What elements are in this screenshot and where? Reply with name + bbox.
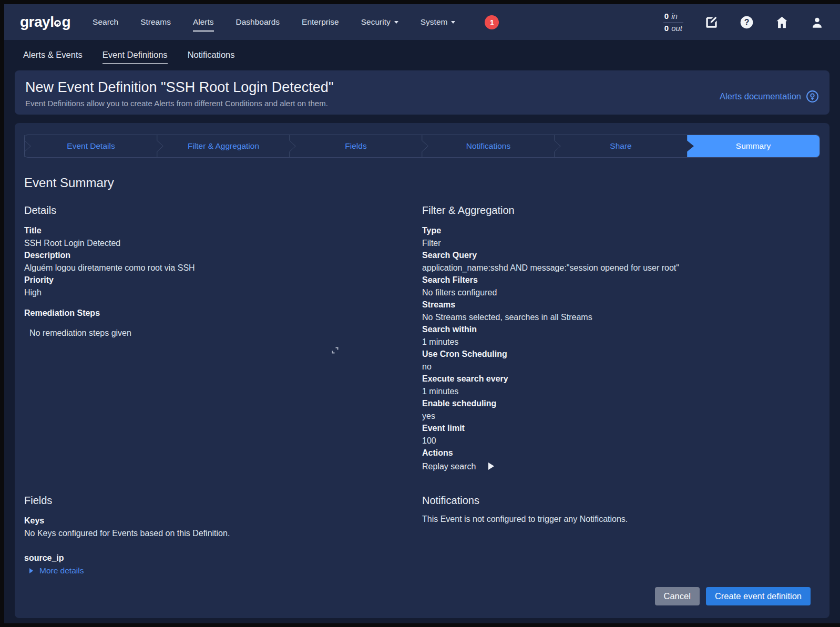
graylog-logo[interactable]: graylg <box>20 14 70 30</box>
nav-item[interactable]: System <box>421 13 456 32</box>
wizard-step-label: Notifications <box>466 141 510 151</box>
nav-item[interactable]: Alerts <box>193 13 214 32</box>
wizard-step[interactable]: Share <box>555 135 687 157</box>
nav-item-label: Alerts <box>193 17 214 27</box>
edit-icon[interactable] <box>704 15 719 29</box>
help-icon[interactable]: ? <box>740 15 754 29</box>
remediation-steps-box: No remediation steps given <box>24 326 340 355</box>
filter-label: Use Cron Scheduling <box>422 348 820 361</box>
throughput-in-unit: in <box>671 11 678 22</box>
nav-item-label: Dashboards <box>236 17 280 27</box>
detail-item: Priority High <box>24 274 422 299</box>
wizard-steps: Event Details Filter & Aggregation <box>24 135 820 158</box>
wizard-step[interactable]: Event Details <box>25 135 157 157</box>
step-separator-chevron-icon <box>687 135 694 157</box>
wizard-step[interactable]: Filter & Aggregation <box>157 135 290 157</box>
subnav-item[interactable]: Event Definitions <box>103 47 168 64</box>
subnav-item[interactable]: Notifications <box>188 47 235 64</box>
filter-value: no <box>422 361 820 373</box>
nav-item[interactable]: Search <box>93 13 118 32</box>
filter-label: Event limit <box>422 422 820 435</box>
step-separator-chevron-icon <box>157 135 164 157</box>
logo-compass-icon <box>54 20 61 27</box>
filter-value: application_name:sshd AND message:"sessi… <box>422 262 820 274</box>
chevron-down-icon <box>451 21 455 24</box>
logo-text: grayl <box>20 14 54 30</box>
page-header-panel: New Event Definition "SSH Root Login Det… <box>15 70 829 115</box>
nav-item-label: Streams <box>140 17 171 27</box>
more-details-toggle[interactable]: More details <box>29 566 422 575</box>
keys-value: No Keys configured for Events based on t… <box>24 527 422 540</box>
filter-label: Type <box>422 224 820 237</box>
notification-count-badge[interactable]: 1 <box>485 15 499 29</box>
cancel-button[interactable]: Cancel <box>655 587 700 605</box>
fields-heading: Fields <box>24 495 422 507</box>
home-icon[interactable] <box>775 15 789 29</box>
filter-value: Filter <box>422 237 820 250</box>
notifications-heading: Notifications <box>422 495 820 507</box>
expand-icon[interactable] <box>330 345 340 355</box>
throughput-out-unit: out <box>671 23 682 34</box>
detail-value: High <box>24 286 422 299</box>
filter-label: Streams <box>422 299 820 311</box>
step-separator-chevron-icon <box>422 135 429 157</box>
filter-item: Search Query application_name:sshd AND m… <box>422 249 820 274</box>
step-separator-chevron-icon <box>554 135 561 157</box>
filter-label: Enable scheduling <box>422 397 820 410</box>
step-separator-chevron-icon <box>24 135 32 157</box>
chevron-right-icon <box>29 568 33 573</box>
play-icon <box>488 462 494 470</box>
wizard-step[interactable]: Notifications <box>422 135 555 157</box>
filter-item: Execute search every 1 minutes <box>422 373 820 397</box>
detail-label: Title <box>24 224 422 237</box>
wizard-step[interactable]: Fields <box>290 135 422 157</box>
filter-label: Search Query <box>422 249 820 262</box>
nav-item-label: System <box>421 17 448 27</box>
subnav-item-label: Notifications <box>188 50 235 59</box>
filter-label: Search Filters <box>422 274 820 286</box>
throughput-in: 0 in <box>663 11 683 23</box>
filter-value: yes <box>422 410 820 423</box>
remediation-steps-value: No remediation steps given <box>29 328 131 337</box>
replay-search-action[interactable]: Replay search <box>422 460 820 473</box>
detail-value: SSH Root Login Detected <box>24 237 422 250</box>
doc-link-label: Alerts documentation <box>720 91 801 101</box>
nav-item[interactable]: Dashboards <box>236 13 280 32</box>
filter-value: 100 <box>422 435 820 447</box>
user-icon[interactable] <box>810 15 824 29</box>
notifications-text: This Event is not configured to trigger … <box>422 515 820 524</box>
page-subtitle: Event Definitions allow you to create Al… <box>25 99 333 108</box>
filter-item: Search Filters No filters configured <box>422 274 820 299</box>
filter-aggregation-heading: Filter & Aggregation <box>422 204 820 217</box>
nav-item-label: Search <box>93 17 118 27</box>
detail-item: Description Alguém logou diretamente com… <box>24 249 422 274</box>
filter-label: Search within <box>422 323 820 336</box>
create-event-definition-button[interactable]: Create event definition <box>706 587 811 605</box>
page-header-text: New Event Definition "SSH Root Login Det… <box>25 79 333 108</box>
nav-item[interactable]: Streams <box>140 13 171 32</box>
actions-label: Actions <box>422 447 820 459</box>
detail-label: Priority <box>24 274 422 286</box>
filter-item: Type Filter <box>422 224 820 249</box>
notifications-section: Notifications This Event is not configur… <box>422 495 820 575</box>
nav-item[interactable]: Enterprise <box>302 13 339 32</box>
keys-label: Keys <box>24 515 422 527</box>
detail-label: Description <box>24 249 422 262</box>
filter-value: 1 minutes <box>422 385 820 398</box>
nav-item-label: Enterprise <box>302 17 339 27</box>
chevron-down-icon <box>394 21 398 24</box>
footer-actions: Cancel Create event definition <box>655 587 811 605</box>
alerts-documentation-link[interactable]: Alerts documentation <box>720 85 819 108</box>
subnav-item[interactable]: Alerts & Events <box>23 47 83 64</box>
filter-item: Enable scheduling yes <box>422 397 820 422</box>
nav-item-label: Security <box>361 17 391 27</box>
topnav-right-cluster: 0 in 0 out ? <box>663 11 824 34</box>
wizard-step[interactable]: Summary <box>687 135 819 157</box>
remediation-steps-label: Remediation Steps <box>24 309 422 318</box>
detail-value: Alguém logou diretamente como root via S… <box>24 262 422 274</box>
event-summary-heading: Event Summary <box>24 176 820 190</box>
throughput-in-value: 0 <box>664 11 669 22</box>
detail-item: Title SSH Root Login Detected <box>24 224 422 249</box>
wizard-step-label: Filter & Aggregation <box>188 141 259 151</box>
nav-item[interactable]: Security <box>361 13 398 32</box>
